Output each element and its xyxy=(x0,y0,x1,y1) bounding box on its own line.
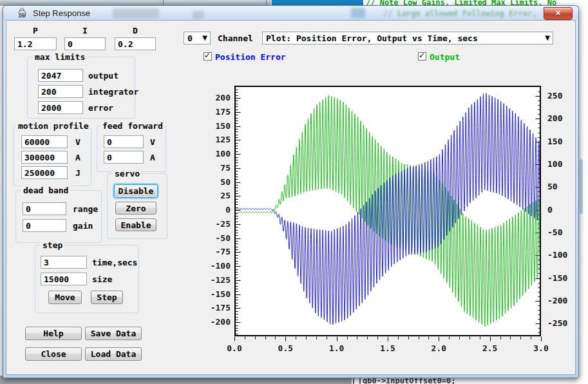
ff-velocity-input[interactable] xyxy=(104,135,144,148)
accel-label: A xyxy=(75,153,81,162)
motion-profile-title: motion profile xyxy=(16,121,91,131)
servo-group: servo Disable Zero Enable xyxy=(107,173,167,239)
step-response-window: // Large allowed Following Error, DM Ste… xyxy=(3,5,579,378)
check-icon: ✓ xyxy=(204,51,211,60)
step-title: step xyxy=(41,240,64,250)
dead-band-title: dead band xyxy=(21,186,70,195)
right-axis-tick-label: -50 xyxy=(547,227,576,237)
save-data-button[interactable]: Save Data xyxy=(85,327,142,340)
chevron-down-icon: ▼ xyxy=(202,34,207,41)
max-error-input[interactable] xyxy=(38,101,83,114)
dead-band-gain-input[interactable] xyxy=(23,219,66,232)
close-button[interactable]: Close xyxy=(25,347,82,361)
x-axis-tick-label: 2.5 xyxy=(475,343,506,353)
step-time-label: time,secs xyxy=(92,258,137,267)
output-checkbox[interactable]: ✓ xyxy=(418,52,426,61)
left-axis-tick-label: 200 xyxy=(198,93,231,102)
d-input[interactable] xyxy=(115,37,156,50)
p-label: P xyxy=(14,26,57,35)
step-response-plot xyxy=(229,82,546,344)
x-axis-tick-label: 3.0 xyxy=(526,343,556,353)
position-error-label: Position Error xyxy=(215,52,286,62)
chevron-down-icon: ▼ xyxy=(545,34,550,41)
right-axis-tick-label: 150 xyxy=(547,137,576,146)
i-label: I xyxy=(64,26,106,35)
servo-enable-button[interactable]: Enable xyxy=(115,218,156,231)
move-button[interactable]: Move xyxy=(48,291,82,304)
background-code-line-blurred: // Large allowed Following Error, xyxy=(383,9,544,18)
left-axis-tick-label: -50 xyxy=(198,233,231,243)
plot-mode-select[interactable]: Plot: Position Error, Output vs Time, se… xyxy=(262,32,553,44)
left-axis-tick-label: -200 xyxy=(198,317,231,327)
help-button[interactable]: Help xyxy=(25,327,82,340)
close-icon: ✕ xyxy=(555,9,561,17)
ff-velocity-label: V xyxy=(150,137,155,147)
step-size-input[interactable] xyxy=(41,273,87,285)
x-axis-tick-label: 2.0 xyxy=(423,343,454,353)
servo-zero-button[interactable]: Zero xyxy=(115,202,156,215)
d-label: D xyxy=(115,26,156,35)
right-axis-tick-label: 50 xyxy=(547,182,576,191)
x-axis-tick-label: 0.0 xyxy=(219,343,250,353)
left-axis-tick-label: -75 xyxy=(198,247,231,256)
motion-profile-group: motion profile V A J xyxy=(13,126,91,186)
left-axis-tick-label: 175 xyxy=(198,107,231,117)
left-axis-tick-label: -150 xyxy=(198,289,231,299)
title-bar[interactable]: // Large allowed Following Error, DM Ste… xyxy=(3,6,578,20)
left-axis-tick-label: 125 xyxy=(198,135,231,144)
x-axis-tick-label: 1.0 xyxy=(321,343,352,353)
aero-blur-artifact xyxy=(193,11,204,19)
output-label: Output xyxy=(430,52,460,62)
right-axis-tick-label: -100 xyxy=(547,250,576,260)
max-error-label: error xyxy=(88,103,113,113)
jerk-input[interactable] xyxy=(21,166,68,179)
right-axis-tick-label: 250 xyxy=(547,91,576,101)
servo-title: servo xyxy=(113,169,142,178)
max-integrator-input[interactable] xyxy=(38,85,83,98)
dead-band-group: dead band range gain xyxy=(15,190,102,243)
position-error-checkbox[interactable]: ✓ xyxy=(204,52,212,61)
dialog-client-area: P I D max limits output integrator error… xyxy=(6,20,576,375)
ff-accel-input[interactable] xyxy=(104,151,144,164)
load-data-button[interactable]: Load Data xyxy=(85,347,142,361)
step-button[interactable]: Step xyxy=(91,291,123,304)
x-axis-tick-label: 1.5 xyxy=(372,343,403,353)
dead-band-range-label: range xyxy=(73,204,98,214)
right-axis-tick-label: 200 xyxy=(547,113,576,123)
servo-disable-button[interactable]: Disable xyxy=(114,184,158,198)
max-integrator-label: integrator xyxy=(88,87,138,97)
dead-band-gain-label: gain xyxy=(73,221,93,231)
left-axis-tick-label: 0 xyxy=(198,205,231,215)
accel-input[interactable] xyxy=(21,151,68,164)
channel-label: Channel xyxy=(218,34,253,43)
step-group: step time,secs size Move Step xyxy=(35,245,139,313)
i-input[interactable] xyxy=(64,37,106,50)
ff-accel-label: A xyxy=(150,153,155,162)
feed-forward-group: feed forward V A xyxy=(97,126,166,172)
aero-blur-artifact xyxy=(351,8,365,18)
right-axis-tick-label: -250 xyxy=(547,318,576,328)
right-axis-tick-label: -150 xyxy=(547,273,576,283)
screen: // Note Low Gains, Limited Max Limits, N… xyxy=(0,0,588,384)
left-axis-tick-label: -125 xyxy=(198,275,231,285)
velocity-input[interactable] xyxy=(21,135,68,148)
feed-forward-title: feed forward xyxy=(100,121,165,131)
left-axis-tick-label: -175 xyxy=(198,303,231,312)
left-axis-tick-label: 50 xyxy=(198,177,231,187)
right-axis-tick-label: 100 xyxy=(547,159,576,169)
left-axis-tick-label: 150 xyxy=(198,121,231,131)
left-axis-tick-label: 25 xyxy=(198,191,231,200)
p-input[interactable] xyxy=(14,37,57,50)
max-output-input[interactable] xyxy=(38,69,83,82)
scrollbar-thumb[interactable] xyxy=(580,159,583,214)
app-icon: DM xyxy=(17,8,28,18)
window-title: Step Response xyxy=(33,8,90,18)
left-axis-tick-label: 75 xyxy=(198,163,231,173)
jerk-label: J xyxy=(75,168,81,178)
step-time-input[interactable] xyxy=(41,256,87,269)
channel-select[interactable]: 0 ▼ xyxy=(184,32,211,44)
dead-band-range-input[interactable] xyxy=(23,202,66,215)
max-limits-title: max limits xyxy=(33,52,87,62)
close-window-button[interactable]: ✕ xyxy=(544,7,573,20)
step-size-label: size xyxy=(92,274,112,284)
